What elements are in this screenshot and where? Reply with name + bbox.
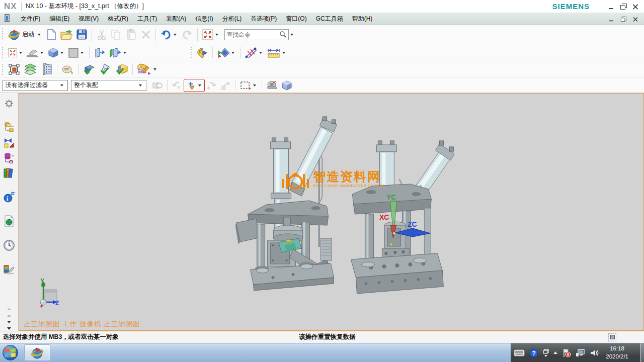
role-button[interactable] xyxy=(195,46,210,60)
open-button[interactable] xyxy=(58,28,74,42)
child-restore-icon[interactable] xyxy=(620,16,626,21)
restore-icon[interactable] xyxy=(620,4,627,10)
model-right-assembly[interactable] xyxy=(351,141,454,294)
network-tray-icon[interactable] xyxy=(576,349,586,357)
marquee-dropdown-icon[interactable] xyxy=(253,84,256,86)
history-clock-icon[interactable] xyxy=(3,239,16,252)
menu-file[interactable]: 文件(F) xyxy=(16,13,45,25)
render-style-button[interactable] xyxy=(25,47,46,59)
show-hidden-icons-icon[interactable] xyxy=(553,351,557,354)
marquee-select-button[interactable] xyxy=(238,79,259,92)
copy-button[interactable] xyxy=(109,28,124,42)
materials-palette-icon[interactable] xyxy=(3,263,16,276)
annotation-button[interactable]: ABC xyxy=(135,62,159,77)
find-command-input[interactable] xyxy=(226,31,279,38)
minimize-icon[interactable] xyxy=(608,4,615,10)
check-tool-button[interactable] xyxy=(98,62,114,76)
background-dropdown-icon[interactable] xyxy=(80,52,84,54)
menu-edit[interactable]: 编辑(E) xyxy=(45,13,74,25)
selection-scope-dropdown-icon[interactable] xyxy=(139,84,142,86)
volume-tray-icon[interactable] xyxy=(590,349,599,357)
window-plane-dropdown-icon[interactable] xyxy=(123,52,126,54)
internet-page-icon[interactable] xyxy=(3,215,16,228)
action-center-flag-icon[interactable] xyxy=(562,348,571,357)
annotation-dropdown-icon[interactable] xyxy=(153,68,156,70)
window-plane-button[interactable] xyxy=(92,46,107,59)
menu-gc-toolbox[interactable]: GC工具箱 xyxy=(311,13,348,25)
menu-information[interactable]: 信息(I) xyxy=(191,13,217,25)
fit-button[interactable] xyxy=(6,47,25,59)
taskbar-clock[interactable]: 16:18 2020/2/1 xyxy=(606,345,628,360)
selection-filter-dropdown-icon[interactable] xyxy=(60,84,63,86)
constraints-dropdown-icon[interactable] xyxy=(259,52,262,54)
show-desktop-button[interactable] xyxy=(640,343,644,362)
child-minimize-icon[interactable] xyxy=(608,16,614,21)
reuse-library-icon[interactable] xyxy=(3,151,16,164)
toolbar-grip[interactable] xyxy=(2,28,4,41)
show-hide-dropdown-icon[interactable] xyxy=(231,52,234,54)
orient-view-dropdown-icon[interactable] xyxy=(60,52,63,54)
filter-chain-button[interactable] xyxy=(218,79,232,92)
keyboard-tray-icon[interactable] xyxy=(514,349,525,356)
menu-window[interactable]: 窗口(O) xyxy=(281,13,311,25)
selection-scope-combo[interactable]: 整个装配 xyxy=(71,80,146,91)
menu-view[interactable]: 视图(V) xyxy=(74,13,103,25)
shade-cube-button[interactable] xyxy=(280,79,294,92)
save-button[interactable] xyxy=(74,28,89,41)
model-left-assembly[interactable] xyxy=(235,117,337,291)
filter-forward-button[interactable] xyxy=(204,79,218,92)
navigator-button[interactable] xyxy=(38,62,54,77)
new-file-button[interactable] xyxy=(44,28,58,42)
library-books-icon[interactable] xyxy=(3,166,16,179)
menu-assemblies[interactable]: 装配(A) xyxy=(162,13,191,25)
orient-view-button[interactable] xyxy=(46,46,66,59)
show-hide-button[interactable] xyxy=(215,46,237,59)
utility-toolbar-grip[interactable] xyxy=(190,47,193,58)
start-button[interactable]: 启动 xyxy=(6,28,44,42)
fit-view-dropdown-icon[interactable] xyxy=(215,34,218,36)
redo-button[interactable] xyxy=(180,28,195,42)
check-clearance-button[interactable] xyxy=(82,62,98,76)
delete-button[interactable] xyxy=(139,28,153,41)
move-component-button[interactable] xyxy=(6,62,22,77)
assembly-navigator-icon[interactable] xyxy=(3,121,16,134)
undo-dropdown-icon[interactable] xyxy=(174,34,177,36)
menu-preferences[interactable]: 首选项(P) xyxy=(246,13,281,25)
menu-tools[interactable]: 工具(T) xyxy=(133,13,162,25)
roles-gear-icon[interactable] xyxy=(3,97,16,110)
menu-format[interactable]: 格式(R) xyxy=(103,13,133,25)
sidebar-expand-icon[interactable] xyxy=(7,321,11,323)
help-tray-icon[interactable]: ? xyxy=(529,348,538,357)
cut-button[interactable] xyxy=(95,28,109,42)
dock-indicator-icon[interactable] xyxy=(608,333,616,341)
cad-model-canvas[interactable] xyxy=(19,94,643,330)
tag-note-button[interactable] xyxy=(60,63,76,76)
assembly-toolbar-grip[interactable] xyxy=(2,64,4,75)
window-plane-arrow-button[interactable] xyxy=(107,46,129,59)
check-cube-button[interactable] xyxy=(114,62,130,76)
close-icon[interactable] xyxy=(632,4,639,10)
menu-help[interactable]: 帮助(H) xyxy=(348,13,377,25)
undo-button[interactable] xyxy=(158,28,180,42)
measure-dropdown-icon[interactable] xyxy=(282,52,285,54)
search-icon[interactable] xyxy=(279,31,287,38)
menu-analysis[interactable]: 分析(L) xyxy=(218,13,247,25)
measure-button[interactable] xyxy=(265,46,288,60)
fit-view-button[interactable] xyxy=(200,28,221,42)
graphics-viewport[interactable]: 智造资料网 INTELLIGENT MANUFACTURING DATA YC … xyxy=(19,93,644,331)
fit-dropdown-icon[interactable] xyxy=(19,52,22,54)
taskbar-nx-app-button[interactable] xyxy=(24,344,50,361)
filter-point-button[interactable] xyxy=(184,79,204,92)
sidebar-scroll-up-icon[interactable] xyxy=(7,308,11,310)
background-button[interactable] xyxy=(66,46,87,59)
sidebar-expand2-icon[interactable] xyxy=(7,327,11,330)
assembly-constraints-button[interactable] xyxy=(243,46,265,60)
start-orb[interactable] xyxy=(0,343,20,362)
explode-assembly-button[interactable] xyxy=(149,79,165,92)
view-toolbar-grip[interactable] xyxy=(2,47,4,58)
filter-point-dropdown-icon[interactable] xyxy=(198,84,201,86)
tray-window-icon[interactable] xyxy=(543,349,549,357)
layer-settings-button[interactable] xyxy=(22,62,38,77)
child-close-icon[interactable] xyxy=(632,16,638,21)
web-browser-icon[interactable]: i xyxy=(3,191,16,204)
